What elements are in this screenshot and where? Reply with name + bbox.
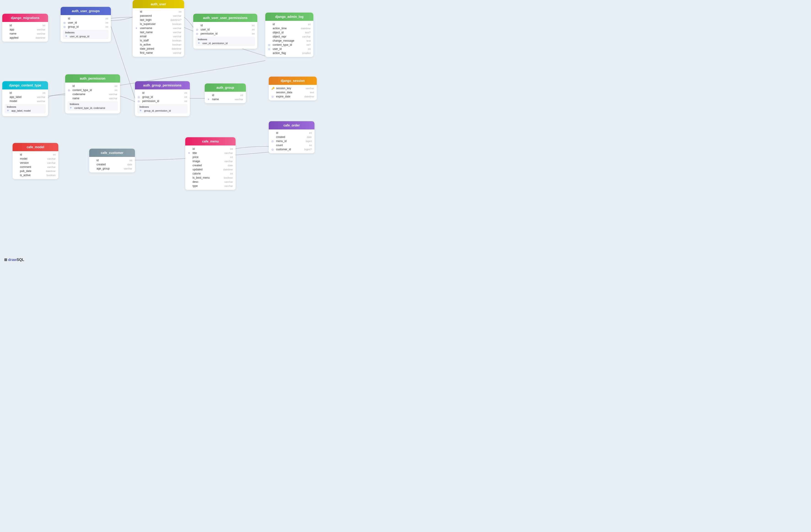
table-body-cafe_model: idintmodelvarcharversionvarcharcommentva…	[13, 151, 58, 179]
table-row: action_timedatetime	[265, 26, 313, 30]
table-row: idint	[193, 23, 257, 28]
col-name: id	[10, 24, 32, 27]
table-row: idint	[265, 22, 313, 26]
table-row: idint	[135, 91, 190, 95]
col-name: model	[10, 100, 32, 103]
index-value: user_id, group_id	[70, 35, 89, 38]
index-row: ✳app_label, model	[7, 109, 44, 112]
col-name: object_id	[273, 31, 297, 34]
table-body-cafe_order: idintcreateddate◎menu_idbigintcountint◎c…	[269, 130, 315, 153]
table-header-auth_user_groups: auth_user_groups	[61, 7, 111, 15]
table-cafe_order: cafe_orderidintcreateddate◎menu_idbigint…	[269, 121, 315, 153]
table-row: ✳titlevarchar	[185, 151, 235, 155]
col-name: app_label	[10, 95, 32, 98]
table-body-auth_permission: idint◎content_type_idintcodenamevarcharn…	[65, 82, 120, 113]
col-type: int	[96, 21, 108, 24]
col-type: date	[299, 136, 312, 138]
index-title: Indexes	[198, 38, 253, 41]
fk-icon: ◎	[272, 148, 275, 151]
col-name: name	[212, 98, 230, 101]
table-cafe_customer: cafe_customeridintcreateddateage_groupva…	[89, 149, 135, 172]
index-section-auth_group_permissions: Indexes✳group_id, permission_id	[137, 104, 187, 113]
col-name: user_id	[273, 47, 297, 50]
index-row: ✳user_id, permission_id	[198, 42, 253, 45]
col-name: group_id	[68, 25, 95, 28]
table-body-django_migrations: idintappvarcharnamevarcharapplieddatetim…	[2, 22, 48, 42]
index-row: ✳group_id, permission_id	[139, 109, 185, 112]
col-name: type	[193, 184, 219, 187]
unique-index-icon: ✳	[65, 35, 68, 38]
col-type: varchar	[231, 98, 243, 101]
col-type: int	[220, 156, 233, 158]
table-django_session: django_session🔑session_keyvarcharsession…	[269, 77, 317, 101]
col-type: date	[220, 164, 233, 167]
table-row: commentvarchar	[13, 165, 58, 169]
table-header-auth_user_user_permissions: auth_user_user_permissions	[193, 14, 257, 22]
col-name: user_id	[201, 28, 241, 31]
col-name: created	[276, 135, 298, 139]
fk-icon: ◎	[272, 95, 275, 98]
col-name: first_name	[140, 51, 168, 55]
index-title: Indexes	[139, 105, 185, 108]
table-row: ◎content_type_idint?	[265, 43, 313, 47]
col-type: datetime?	[169, 18, 181, 21]
col-type: varchar	[169, 31, 181, 34]
table-row: passwordvarchar	[133, 14, 184, 18]
col-name: is_active	[140, 43, 168, 46]
col-type: boolean	[169, 22, 181, 25]
col-type: int?	[298, 44, 310, 46]
index-value: content_type_id, codename	[74, 107, 105, 109]
table-row: age_groupvarchar	[89, 167, 135, 171]
col-type: int	[33, 24, 45, 27]
fk-icon: ◎	[196, 32, 199, 35]
table-row: last_namevarchar	[133, 30, 184, 34]
index-value: group_id, permission_id	[144, 109, 171, 112]
index-value: app_label, model	[12, 109, 31, 112]
col-name: calorie	[193, 172, 219, 175]
fk-icon: ◎	[68, 89, 71, 92]
col-name: is_best_menu	[193, 176, 219, 179]
col-type: datetime	[220, 168, 233, 171]
table-auth_permission: auth_permissionidint◎content_type_idintc…	[65, 74, 120, 113]
table-row: idint	[89, 158, 135, 162]
index-title: Indexes	[70, 103, 116, 105]
col-name: id	[276, 131, 298, 135]
table-row: idint	[65, 84, 120, 88]
col-type: varchar	[220, 181, 233, 183]
table-body-cafe_menu: idint✳titlevarcharpriceintimagevarcharcr…	[185, 146, 235, 190]
table-row: countint	[269, 143, 315, 147]
table-row: calorieint	[185, 171, 235, 176]
col-type: int	[174, 96, 187, 98]
index-value: user_id, permission_id	[202, 42, 228, 45]
col-type: text	[298, 39, 310, 42]
col-type: bigint?	[299, 148, 312, 151]
col-type: varchar	[120, 167, 132, 170]
fk-icon: ◎	[138, 100, 141, 103]
table-row: namevarchar	[65, 96, 120, 101]
col-type: varchar	[169, 27, 181, 30]
table-row: object_reprvarchar	[265, 34, 313, 39]
table-header-auth_user: auth_user	[133, 0, 184, 8]
logo-normal: SQL	[17, 258, 24, 262]
col-name: id	[73, 85, 104, 88]
table-header-cafe_menu: cafe_menu	[185, 137, 235, 146]
col-name: title	[193, 151, 219, 155]
col-name: id	[96, 159, 119, 162]
table-header-cafe_model: cafe_model	[13, 143, 58, 151]
table-body-auth_user: idintpasswordvarcharlast_logindatetime?i…	[133, 8, 184, 57]
col-name: id	[273, 22, 297, 26]
fk-icon: ◎	[138, 96, 141, 98]
col-type: varchar	[220, 152, 233, 154]
table-row: ◎user_idint	[193, 28, 257, 32]
col-name: password	[140, 14, 168, 17]
col-name: group_id	[142, 95, 173, 98]
fk-icon: ◎	[268, 44, 271, 46]
col-name: permission_id	[201, 32, 241, 35]
table-row: priceint	[185, 155, 235, 159]
table-row: appvarchar	[2, 28, 48, 32]
index-section-auth_user_user_permissions: Indexes✳user_id, permission_id	[196, 36, 255, 46]
col-name: id	[140, 10, 168, 13]
col-type: smallint	[298, 52, 310, 55]
col-type: int	[169, 10, 181, 13]
table-auth_user_groups: auth_user_groupsidint◎user_idint◎group_i…	[61, 7, 111, 42]
